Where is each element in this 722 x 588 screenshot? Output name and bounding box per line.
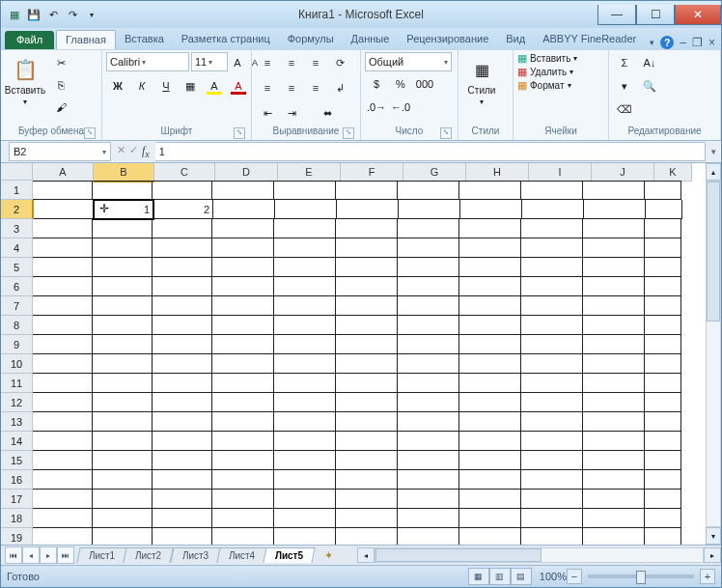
- row-header[interactable]: 9: [1, 335, 33, 354]
- find-button[interactable]: 🔍: [638, 75, 661, 97]
- cell[interactable]: [153, 219, 212, 238]
- cell[interactable]: [645, 432, 681, 451]
- cell[interactable]: [583, 296, 645, 316]
- cell[interactable]: [459, 393, 521, 412]
- cell[interactable]: [583, 316, 645, 335]
- cell[interactable]: [93, 432, 153, 451]
- cell[interactable]: [583, 528, 645, 545]
- cell[interactable]: [521, 258, 583, 277]
- ribbon-tab[interactable]: Главная: [56, 30, 116, 49]
- redo-icon[interactable]: ↷: [65, 7, 80, 22]
- vscroll-thumb[interactable]: [707, 182, 720, 322]
- row-header[interactable]: 12: [1, 393, 33, 412]
- cell[interactable]: [645, 393, 681, 412]
- cell[interactable]: [336, 528, 398, 545]
- next-sheet-button[interactable]: ▸: [40, 546, 57, 564]
- cell[interactable]: [459, 509, 521, 528]
- scroll-left-icon[interactable]: ◂: [357, 547, 375, 563]
- cell[interactable]: [274, 490, 336, 509]
- row-header[interactable]: 10: [1, 354, 33, 374]
- increase-indent-button[interactable]: ⇥: [280, 102, 303, 124]
- file-tab[interactable]: Файл: [5, 31, 54, 49]
- cell[interactable]: [212, 335, 274, 354]
- cell[interactable]: [93, 316, 153, 335]
- cell[interactable]: [274, 296, 336, 316]
- align-top-button[interactable]: ≡: [256, 52, 279, 73]
- zoom-out-button[interactable]: −: [567, 569, 582, 584]
- cell[interactable]: [521, 335, 583, 354]
- font-launcher-icon[interactable]: ⤡: [234, 127, 245, 139]
- cell[interactable]: [521, 219, 583, 238]
- cell[interactable]: [583, 181, 645, 200]
- cell[interactable]: 2: [153, 200, 213, 219]
- cell[interactable]: [33, 432, 93, 451]
- alignment-launcher-icon[interactable]: ⤡: [343, 127, 354, 139]
- cell[interactable]: [212, 470, 274, 490]
- format-cells-icon[interactable]: ▦: [517, 79, 527, 92]
- column-header[interactable]: C: [154, 163, 215, 182]
- cell[interactable]: [583, 335, 645, 354]
- cell[interactable]: [93, 451, 153, 470]
- cell[interactable]: [212, 393, 274, 412]
- column-header[interactable]: D: [215, 163, 278, 182]
- align-center-button[interactable]: ≡: [280, 77, 303, 98]
- cell[interactable]: [275, 200, 337, 219]
- cell[interactable]: [645, 490, 681, 509]
- cell[interactable]: [459, 412, 521, 432]
- cell[interactable]: [33, 219, 93, 238]
- cell[interactable]: [645, 412, 681, 432]
- decrease-indent-button[interactable]: ⇤: [256, 102, 279, 124]
- cell[interactable]: [459, 238, 521, 258]
- cancel-formula-icon[interactable]: ✕: [117, 144, 125, 159]
- horizontal-scrollbar[interactable]: ◂ ▸: [357, 547, 721, 563]
- autosum-button[interactable]: Σ: [613, 52, 636, 73]
- cell[interactable]: [459, 335, 521, 354]
- cell[interactable]: [212, 490, 274, 509]
- mdi-restore-button[interactable]: ❐: [692, 36, 703, 49]
- column-header[interactable]: F: [341, 163, 403, 182]
- cell[interactable]: [583, 490, 645, 509]
- cell[interactable]: [33, 509, 93, 528]
- row-header[interactable]: 2: [1, 200, 34, 219]
- cell[interactable]: [33, 277, 93, 296]
- cell[interactable]: [213, 200, 275, 219]
- align-right-button[interactable]: ≡: [304, 77, 327, 98]
- cell[interactable]: [336, 374, 398, 393]
- row-header[interactable]: 17: [1, 490, 33, 509]
- page-layout-view-button[interactable]: ▥: [489, 568, 511, 585]
- cell[interactable]: [583, 393, 645, 412]
- cell[interactable]: [399, 200, 460, 219]
- cell[interactable]: [274, 354, 336, 374]
- cell[interactable]: [398, 258, 459, 277]
- row-header[interactable]: 4: [1, 238, 33, 258]
- cell[interactable]: [153, 354, 212, 374]
- cell[interactable]: [459, 296, 521, 316]
- cell[interactable]: [153, 316, 212, 335]
- column-header[interactable]: J: [592, 163, 654, 182]
- number-launcher-icon[interactable]: ⤡: [440, 127, 452, 139]
- cell[interactable]: [398, 509, 459, 528]
- cell[interactable]: [212, 316, 274, 335]
- column-header[interactable]: B: [94, 163, 154, 182]
- ribbon-tab[interactable]: Формулы: [279, 30, 343, 49]
- cell[interactable]: [459, 490, 521, 509]
- cell[interactable]: [212, 374, 274, 393]
- cell[interactable]: [153, 509, 212, 528]
- cell[interactable]: [398, 490, 459, 509]
- cell[interactable]: [93, 219, 153, 238]
- cell[interactable]: [583, 238, 645, 258]
- cell[interactable]: [645, 258, 681, 277]
- vertical-scrollbar[interactable]: ▴ ▾: [706, 163, 721, 545]
- cell[interactable]: [33, 490, 93, 509]
- fill-button[interactable]: ▾: [613, 75, 636, 97]
- cell[interactable]: [336, 354, 398, 374]
- column-header[interactable]: K: [654, 163, 692, 182]
- align-bottom-button[interactable]: ≡: [304, 52, 327, 73]
- cell[interactable]: [212, 354, 274, 374]
- border-button[interactable]: ▦: [179, 75, 202, 97]
- cell[interactable]: [336, 181, 398, 200]
- cell[interactable]: [336, 470, 398, 490]
- cell[interactable]: [646, 200, 682, 219]
- cell[interactable]: [153, 238, 212, 258]
- cell[interactable]: [93, 277, 153, 296]
